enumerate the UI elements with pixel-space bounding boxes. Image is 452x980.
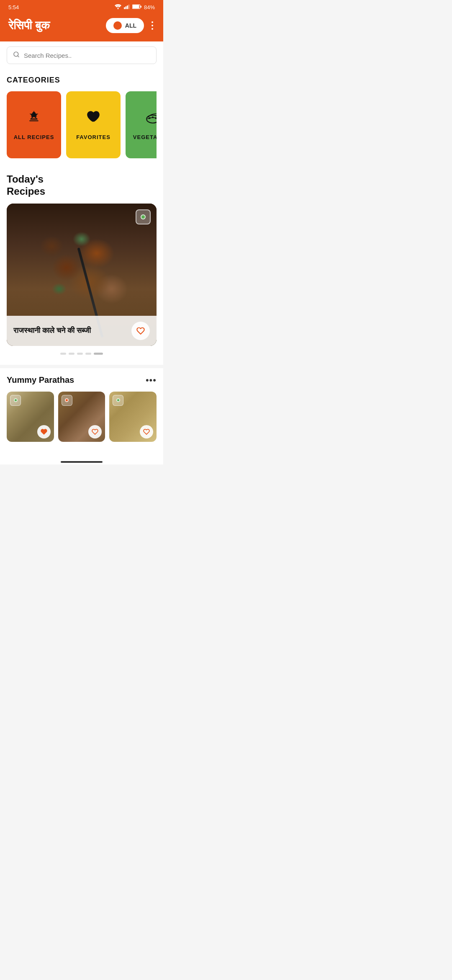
- recipe-status-indicator: [136, 209, 151, 224]
- slide-dot-4: [85, 353, 91, 355]
- toggle-label: ALL: [125, 22, 136, 29]
- svg-line-8: [18, 56, 19, 57]
- svg-rect-5: [133, 5, 139, 8]
- paratha-1-status: [10, 395, 21, 406]
- status-bar: 5:54 84: [0, 0, 163, 13]
- search-box: [7, 46, 157, 64]
- more-menu-button[interactable]: [150, 20, 155, 31]
- paratha-3-status: [113, 395, 123, 406]
- paratha-card-3[interactable]: [109, 392, 157, 442]
- vegetarian-icon: [145, 109, 157, 129]
- all-recipes-label: ALL RECIPES: [14, 134, 54, 140]
- vegetarian-label: VEGETARIAN: [133, 134, 157, 140]
- category-favorites[interactable]: FAVORITES: [66, 91, 121, 158]
- favorites-icon: [85, 109, 101, 129]
- status-time: 5:54: [8, 4, 19, 10]
- featured-recipe-name: राजस्थानी काले चने की सब्जी: [13, 326, 91, 335]
- header-controls: ALL: [106, 18, 155, 33]
- category-vegetarian[interactable]: VEGETARIAN: [126, 91, 157, 158]
- yummy-parathas-title: Yummy Parathas: [7, 375, 74, 385]
- toggle-dot: [113, 21, 122, 30]
- featured-recipe-favorite-button[interactable]: [131, 322, 150, 340]
- paratha-2-favorite-button[interactable]: [88, 425, 102, 438]
- svg-point-14: [152, 116, 154, 118]
- slide-dots: [7, 349, 157, 360]
- paratha-3-favorite-button[interactable]: [140, 425, 153, 438]
- parathas-grid: [7, 392, 157, 442]
- all-recipes-icon: [26, 109, 42, 129]
- bottom-spacer: [0, 442, 163, 454]
- categories-heading: CATEGORIES: [7, 76, 157, 85]
- slide-dot-3: [77, 353, 83, 355]
- yummy-parathas-section: Yummy Parathas •••: [0, 368, 163, 442]
- svg-rect-0: [124, 7, 125, 9]
- app-title: रेसिपी बुक: [8, 19, 50, 33]
- paratha-1-favorite-button[interactable]: [37, 425, 51, 438]
- search-input[interactable]: [24, 52, 150, 59]
- svg-rect-6: [141, 6, 141, 8]
- recipe-overlay: राजस्थानी काले चने की सब्जी: [7, 316, 157, 346]
- slide-dot-5: [94, 353, 103, 355]
- battery-percentage: 84%: [144, 4, 155, 10]
- category-all-recipes[interactable]: ALL RECIPES: [7, 91, 61, 158]
- battery-icon: [132, 4, 141, 10]
- search-section: [0, 41, 163, 69]
- categories-section: CATEGORIES ALL RECIPES FAVORITES: [0, 69, 163, 167]
- svg-point-12: [146, 115, 157, 123]
- featured-recipe-card[interactable]: राजस्थानी काले चने की सब्जी: [7, 204, 157, 346]
- todays-recipes-title: Today's Recipes: [7, 173, 157, 198]
- app-header: रेसिपी बुक ALL: [0, 13, 163, 41]
- svg-rect-3: [128, 5, 129, 9]
- yummy-parathas-more-button[interactable]: •••: [146, 375, 157, 386]
- all-toggle-button[interactable]: ALL: [106, 18, 144, 33]
- favorites-label: FAVORITES: [76, 134, 110, 140]
- slide-dot-2: [69, 353, 74, 355]
- categories-scroll: ALL RECIPES FAVORITES VEG: [7, 91, 157, 167]
- paratha-card-1[interactable]: [7, 392, 54, 442]
- paratha-card-2[interactable]: [58, 392, 105, 442]
- signal-icon: [124, 4, 130, 10]
- svg-rect-2: [127, 5, 128, 9]
- paratha-2-status: [62, 395, 72, 406]
- svg-point-15: [155, 117, 157, 119]
- todays-recipes-section: Today's Recipes राजस्थानी काले चने की सब…: [0, 167, 163, 365]
- bottom-bar: [0, 454, 163, 464]
- section-header: Yummy Parathas •••: [7, 375, 157, 386]
- svg-rect-1: [125, 6, 126, 9]
- status-right: 84%: [115, 4, 155, 10]
- svg-point-13: [149, 117, 151, 119]
- search-icon: [13, 51, 20, 59]
- wifi-icon: [115, 4, 121, 10]
- slide-dot-1: [60, 353, 66, 355]
- home-indicator: [61, 461, 103, 463]
